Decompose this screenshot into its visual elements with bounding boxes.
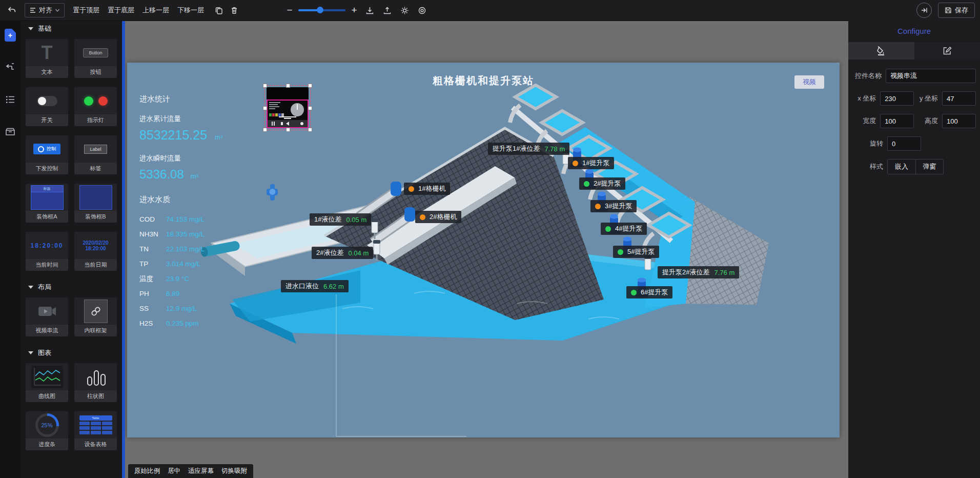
scene-label[interactable]: 提升泵1#液位差7.78 m [488,143,569,155]
widget-library-icon[interactable]: + [4,28,17,42]
structure-tree-icon[interactable] [4,61,17,74]
palette-item-label[interactable]: Label标签 [74,135,117,174]
move-down-layer-button[interactable]: 下移一层 [177,6,204,15]
tab-edit[interactable] [914,42,980,59]
floppy-icon [945,7,952,14]
tab-style[interactable] [848,42,914,59]
scene-label[interactable]: 1#格栅机 [404,183,450,195]
assets-box-icon[interactable] [4,125,17,138]
scene-label[interactable]: 5#提升泵 [613,246,659,258]
palette-item-date[interactable]: 2020/02/2018:20:00当前日期 [74,232,117,271]
pause-icon[interactable] [272,122,275,126]
copy-icon[interactable] [212,4,226,17]
collapse-triangle-icon [28,286,33,289]
scene-label[interactable]: 2#提升泵 [579,177,625,190]
scene-label[interactable]: 提升泵2#液位差7.76 m [658,266,739,278]
widget-name-input[interactable] [886,69,976,83]
palette-item-label: 文本 [26,66,68,78]
stats-title: 进水统计 [139,94,222,104]
preview-icon[interactable] [415,4,428,17]
scene-label-text: 1#提升泵 [582,158,609,168]
layer-list-icon[interactable] [4,93,17,106]
resize-handle-ne[interactable] [308,84,312,88]
palette-item-text[interactable]: T文本 [26,39,68,78]
palette-item-frame-b[interactable]: 装饰框B [74,184,117,223]
quality-value: 6.89 [166,290,179,297]
scene-label[interactable]: 4#提升泵 [601,223,647,235]
send-to-back-button[interactable]: 置于底层 [108,6,134,15]
style-embed-button[interactable]: 嵌入 [888,160,915,174]
collapse-panel-icon[interactable] [916,3,932,18]
zoom-out-icon[interactable]: − [285,5,294,16]
undo-icon[interactable] [5,4,18,17]
palette-item-frame-a[interactable]: 标题装饰框A [26,184,68,223]
palette-item-table[interactable]: Table设备表格 [74,411,117,450]
resize-handle-sw[interactable] [263,128,267,132]
resize-handle-n[interactable] [286,84,290,88]
scene-label[interactable]: 1#提升泵 [568,157,614,169]
bring-to-front-button[interactable]: 置于顶层 [73,6,99,15]
height-input[interactable] [942,114,976,128]
resize-handle-se[interactable] [308,128,312,132]
record-icon[interactable] [300,122,303,125]
scene-label[interactable]: 2#液位差0.04 m [312,247,373,259]
style-popup-button[interactable]: 弹窗 [915,160,943,174]
palette-section-header[interactable]: 布局 [21,279,122,295]
original-scale-button[interactable]: 原始比例 [134,467,160,475]
scene-label[interactable]: 进水口液位6.62 m [281,280,349,292]
volume-icon[interactable] [286,122,289,126]
palette-item-button[interactable]: Button按钮 [74,39,117,78]
plant-3d-scene[interactable] [127,63,840,437]
toggle-snap-button[interactable]: 切换吸附 [221,467,247,475]
delete-icon[interactable] [228,4,241,17]
rotate-input[interactable] [887,136,921,151]
resize-handle-w[interactable] [263,106,267,110]
x-coordinate-input[interactable] [880,91,914,106]
move-up-layer-button[interactable]: 上移一层 [142,6,169,15]
palette-item-indicator[interactable]: 指示灯 [74,87,117,126]
scene-label-text: 5#提升泵 [627,247,655,256]
export-icon[interactable] [380,4,394,17]
save-button[interactable]: 保存 [938,3,975,18]
quality-row: PH6.89 [139,286,222,301]
zoom-slider-handle[interactable] [317,7,323,13]
center-button[interactable]: 居中 [168,467,180,475]
resize-handle-e[interactable] [308,106,312,110]
editor-workspace[interactable]: 粗格栅机和提升泵站 视频 进水统计 进水累计流量 8532215.25m³ 进水… [125,21,848,478]
palette-item-time[interactable]: 18:20:00当前时间 [26,232,68,271]
video-stream-widget[interactable] [267,87,309,128]
width-input[interactable] [880,114,914,128]
palette-item-switch[interactable]: 开关 [26,87,68,126]
palette-item-video[interactable]: 视频串流 [26,297,68,336]
palette-item-iframe[interactable]: 内联框架 [74,297,117,336]
settings-gear-icon[interactable] [398,4,411,17]
quality-value: 74.153 mg/L [166,215,205,223]
palette-item-bar-chart[interactable]: 柱状图 [74,363,117,402]
status-dot-icon [420,214,425,220]
config-header: Configure [848,21,980,42]
quality-name: TP [139,260,166,268]
y-coordinate-input[interactable] [942,91,976,106]
palette-item-line-chart[interactable]: 曲线图 [26,363,68,402]
scene-label[interactable]: 6#提升泵 [626,286,672,298]
quality-name: SS [139,305,166,312]
video-chip-button[interactable]: 视频 [794,75,824,89]
scene-label[interactable]: 2#格栅机 [415,211,461,223]
align-dropdown[interactable]: 对齐 [25,3,65,17]
palette-item-preview [26,363,68,390]
resize-handle-s[interactable] [286,128,290,132]
import-icon[interactable] [363,4,376,17]
palette-item-progress[interactable]: 25%进度条 [26,411,68,450]
canvas-page[interactable]: 粗格栅机和提升泵站 视频 进水统计 进水累计流量 8532215.25m³ 进水… [127,63,840,437]
scene-label[interactable]: 3#提升泵 [590,200,637,212]
fit-screen-button[interactable]: 适应屏幕 [188,467,214,475]
palette-section-header[interactable]: 图表 [21,345,122,361]
scene-label[interactable]: 1#液位差0.05 m [310,213,371,226]
resize-handle-nw[interactable] [263,84,267,88]
palette-divider[interactable] [122,21,125,478]
palette-section-header[interactable]: 基础 [21,21,122,37]
zoom-in-icon[interactable]: + [350,5,359,16]
palette-item-label: 按钮 [74,66,117,78]
zoom-slider[interactable] [298,9,345,11]
palette-item-control[interactable]: 控制下发控制 [26,135,68,174]
